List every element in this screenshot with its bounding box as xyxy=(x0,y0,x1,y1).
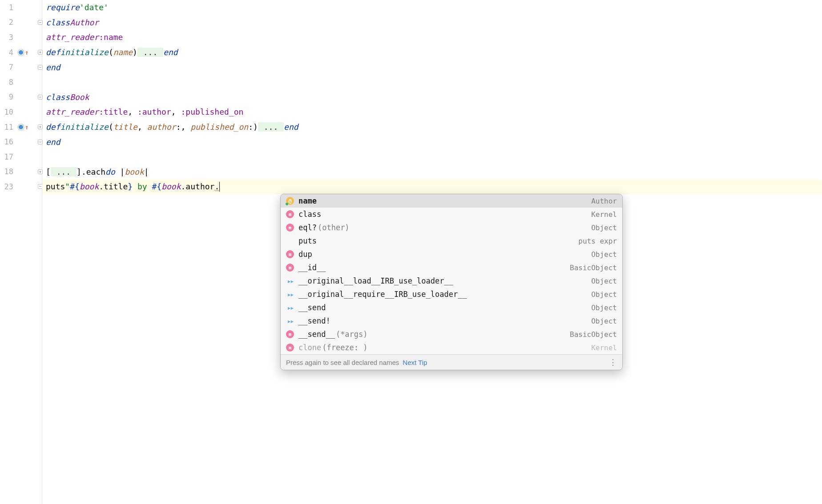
line-number: 4 xyxy=(0,48,17,57)
completion-item[interactable]: __original__load__IRB_use_loader__Object xyxy=(281,274,622,288)
completion-item-type: puts expr xyxy=(578,237,617,245)
completion-item-type: Object xyxy=(591,290,617,299)
completion-item-name: __id__ xyxy=(298,263,570,272)
more-icon[interactable]: ⋮ xyxy=(609,357,617,367)
completion-item[interactable]: __send__(*args)BasicObject xyxy=(281,328,622,341)
template-icon xyxy=(286,304,294,312)
method-icon xyxy=(286,210,294,218)
line-number: 11 xyxy=(0,123,17,132)
gutter-line: 9 xyxy=(0,90,42,105)
completion-item-type: BasicObject xyxy=(570,264,617,272)
completion-item-name: name xyxy=(298,196,591,205)
error-squiggle-icon: 〰 xyxy=(214,188,220,194)
line-number: 8 xyxy=(0,78,17,87)
line-number: 10 xyxy=(0,108,17,116)
gutter-line: 8 xyxy=(0,75,42,90)
completion-item-name: __send__(*args) xyxy=(298,330,570,339)
gutter-line: 2 xyxy=(0,15,42,30)
line-number: 18 xyxy=(0,167,17,176)
completion-item-name: __original__load__IRB_use_loader__ xyxy=(298,276,591,285)
completion-item[interactable]: putsputs expr xyxy=(281,234,622,248)
gutter-line: 17 xyxy=(0,149,42,164)
completion-footer: Press again to see all declared namesNex… xyxy=(281,354,622,370)
code-line xyxy=(46,149,822,164)
editor-container: 1 2 3 4 ↑ 7 8 9 10 xyxy=(0,0,822,504)
arrow-up-icon: ↑ xyxy=(25,124,28,130)
line-number: 3 xyxy=(0,33,17,42)
method-icon xyxy=(286,330,294,338)
completion-item-name: eql?(other) xyxy=(298,223,591,232)
completion-item-type: Object xyxy=(591,277,617,285)
completion-item-type: Kernel xyxy=(591,344,617,352)
line-number: 17 xyxy=(0,152,17,161)
gutter-line: 11 ↑ xyxy=(0,120,42,135)
next-tip-link[interactable]: Next Tip xyxy=(403,359,427,366)
completion-item-type: Object xyxy=(591,250,617,259)
method-icon xyxy=(286,224,294,232)
completion-item-name: dup xyxy=(298,250,591,259)
gutter-line: 4 ↑ xyxy=(0,45,42,60)
completion-item[interactable]: __original__require__IRB_use_loader__Obj… xyxy=(281,288,622,301)
code-line: class Author xyxy=(46,15,822,30)
footer-hint: Press again to see all declared names xyxy=(286,359,399,366)
line-number: 7 xyxy=(0,63,17,72)
completion-item[interactable]: dupObject xyxy=(281,248,622,261)
line-number: 9 xyxy=(0,92,17,101)
method-icon xyxy=(286,344,294,352)
completion-item-name: class xyxy=(298,210,591,219)
completion-item[interactable]: classKernel xyxy=(281,208,622,221)
line-number: 16 xyxy=(0,137,17,146)
completion-item[interactable]: __sendObject xyxy=(281,301,622,314)
completion-item-name: __send xyxy=(298,303,591,312)
completion-item[interactable]: clone(freeze: )Kernel xyxy=(281,341,622,354)
gutter-line: 3 xyxy=(0,30,42,45)
arrow-up-icon: ↑ xyxy=(25,49,28,56)
line-number: 1 xyxy=(0,3,17,12)
override-icon[interactable] xyxy=(18,49,24,56)
template-icon xyxy=(286,277,294,285)
method-icon xyxy=(286,250,294,258)
completion-popup: nameAuthorclassKerneleql?(other)Objectpu… xyxy=(280,194,623,370)
code-line xyxy=(46,75,822,90)
code-line: require 'date' xyxy=(46,0,822,15)
code-area[interactable]: require 'date' class Author attr_reader … xyxy=(42,0,822,504)
method-icon xyxy=(286,264,294,272)
gutter-line: 23 xyxy=(0,179,42,194)
gutter-line: 16 xyxy=(0,134,42,149)
completion-item-type: Object xyxy=(591,304,617,312)
completion-item[interactable]: __send!Object xyxy=(281,314,622,328)
code-line: attr_reader :title, :author, :published_… xyxy=(46,104,822,120)
gutter-line: 1 xyxy=(0,0,42,15)
code-line: class Book xyxy=(46,90,822,105)
completion-item-type: Object xyxy=(591,224,617,232)
code-line: def initialize(name) ... end xyxy=(46,45,822,60)
line-number: 2 xyxy=(0,18,17,27)
completion-item-type: Kernel xyxy=(591,210,617,219)
completion-item[interactable]: nameAuthor xyxy=(281,194,622,208)
gutter: 1 2 3 4 ↑ 7 8 9 10 xyxy=(0,0,42,504)
code-line: attr_reader :name xyxy=(46,30,822,45)
code-line: end xyxy=(46,134,822,149)
override-icon[interactable] xyxy=(18,124,24,130)
completion-item-type: Author xyxy=(591,197,617,205)
attr-icon xyxy=(286,197,294,205)
code-line: def initialize(title, author:, published… xyxy=(46,120,822,135)
completion-item-type: Object xyxy=(591,317,617,325)
gutter-line: 7 xyxy=(0,60,42,75)
completion-item-name: __send! xyxy=(298,316,591,325)
template-icon xyxy=(286,317,294,325)
gutter-line: 18 xyxy=(0,164,42,180)
completion-item[interactable]: eql?(other)Object xyxy=(281,221,622,234)
completion-item-name: __original__require__IRB_use_loader__ xyxy=(298,290,591,299)
completion-item[interactable]: __id__BasicObject xyxy=(281,261,622,274)
completion-item-name: puts xyxy=(298,236,578,245)
gutter-line: 10 xyxy=(0,104,42,120)
code-line-current: puts "#{book.title} by #{book.author.〰 xyxy=(42,179,822,194)
template-icon xyxy=(286,290,294,298)
blank-icon xyxy=(286,237,294,245)
completion-item-name: clone(freeze: ) xyxy=(298,343,591,352)
line-number: 23 xyxy=(0,182,17,191)
code-line: [ ... ].each do |book| xyxy=(46,164,822,180)
code-line: end xyxy=(46,60,822,75)
completion-item-type: BasicObject xyxy=(570,330,617,339)
